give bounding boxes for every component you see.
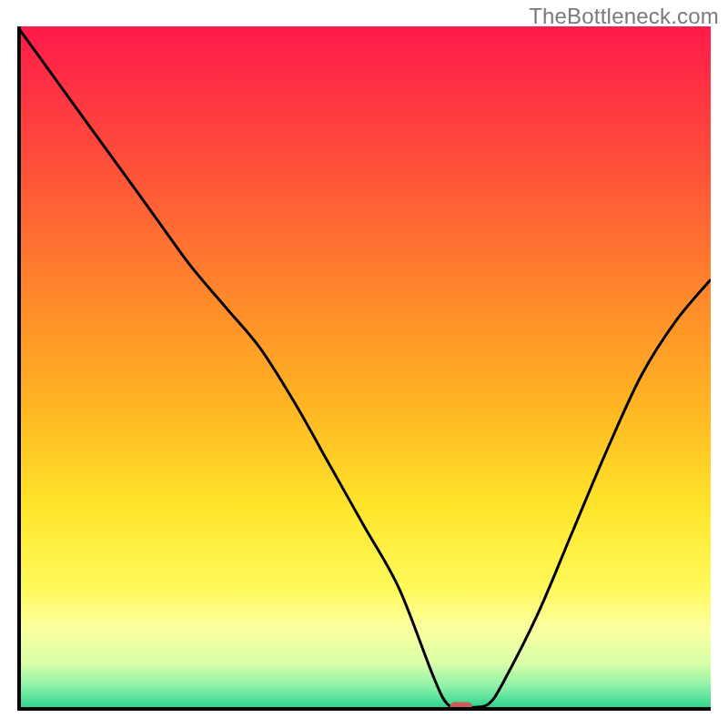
gradient-background xyxy=(17,26,711,711)
plot-area xyxy=(17,26,711,711)
watermark-text: TheBottleneck.com xyxy=(529,4,719,29)
chart-frame: TheBottleneck.com xyxy=(0,0,728,728)
bottleneck-chart xyxy=(17,26,711,711)
